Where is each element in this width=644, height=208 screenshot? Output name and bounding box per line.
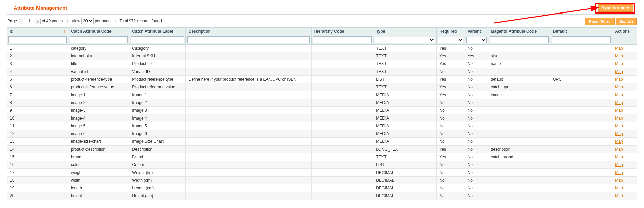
- table-row[interactable]: 2internal-skuInternal SKUTEXTYesYesskuMa…: [7, 52, 637, 60]
- col-header-catch-label[interactable]: Catch Attribute Label: [129, 28, 186, 35]
- filter-type-select[interactable]: [375, 37, 435, 43]
- map-link[interactable]: Map: [615, 186, 623, 190]
- filter-catch-code-input[interactable]: [70, 36, 128, 43]
- col-header-variant[interactable]: Variant: [465, 28, 488, 35]
- table-row[interactable]: 6product-reference-valueProduct referenc…: [7, 83, 637, 91]
- sync-highlight-box: Sync Attribute: [595, 3, 635, 14]
- cell-type: DECIMAL: [373, 192, 437, 200]
- cell-required: Yes: [437, 45, 465, 52]
- filter-catch-label-input[interactable]: [131, 36, 184, 43]
- col-header-hierarchy[interactable]: Hierarchy Code: [311, 28, 373, 35]
- cell-magento-code: [488, 45, 550, 52]
- col-header-catch-code[interactable]: Catch Attribute Code: [68, 28, 129, 35]
- cell-variant: No: [465, 138, 488, 146]
- search-button[interactable]: Search: [616, 18, 637, 25]
- map-link[interactable]: Map: [615, 93, 623, 97]
- cell-actions: Map: [612, 107, 637, 114]
- map-link[interactable]: Map: [615, 77, 623, 82]
- table-row[interactable]: 18widthWidth (cm)DECIMALNoNoMap: [7, 177, 637, 184]
- cell-catch-code: weight: [68, 169, 129, 177]
- table-row[interactable]: 1categoryCategoryTEXTYesNoMap: [7, 45, 637, 52]
- cell-magento-code: [488, 192, 550, 200]
- map-link[interactable]: Map: [615, 61, 623, 66]
- filter-description-input[interactable]: [187, 36, 310, 43]
- grid-toolbar: Page ▸ of 49 pages | View 20 per page | …: [7, 15, 637, 26]
- table-row[interactable]: 8image-2Image 2MEDIANoNoMap: [7, 99, 637, 107]
- next-page-button[interactable]: ▸: [35, 19, 41, 24]
- col-header-description[interactable]: Description: [185, 28, 311, 35]
- table-row[interactable]: 7image-1Image 1MEDIAYesNoimageMap: [7, 91, 637, 99]
- cell-variant: No: [465, 122, 488, 130]
- cell-description: [185, 138, 311, 146]
- filter-required-select[interactable]: [438, 37, 463, 43]
- table-row[interactable]: 11image-5Image 5MEDIANoNoMap: [7, 122, 637, 130]
- filter-default-input[interactable]: [552, 36, 611, 43]
- table-row[interactable]: 4variant-idVariant IDTEXTNoNoMap: [7, 68, 637, 76]
- cell-actions: Map: [612, 138, 637, 146]
- filter-hierarchy-input[interactable]: [313, 36, 372, 43]
- map-link[interactable]: Map: [615, 124, 623, 128]
- reset-filter-button[interactable]: Reset Filter: [585, 18, 614, 25]
- table-row[interactable]: 19lengthLength (cm)DECIMALNoNoMap: [7, 184, 637, 192]
- cell-catch-code: image-2: [68, 99, 129, 107]
- cell-variant: Yes: [465, 52, 488, 60]
- map-link[interactable]: Map: [615, 170, 623, 175]
- per-page-select[interactable]: 20: [81, 18, 94, 24]
- cell-catch-label: Length (cm): [129, 184, 186, 192]
- table-row[interactable]: 15brandBrandTEXTYesNocatch_brandMap: [7, 153, 637, 161]
- map-link[interactable]: Map: [615, 193, 623, 198]
- cell-hierarchy: [311, 107, 373, 114]
- map-link[interactable]: Map: [615, 155, 623, 159]
- table-row[interactable]: 10image-4Image 4MEDIANoNoMap: [7, 114, 637, 122]
- cell-hierarchy: [311, 45, 373, 52]
- col-header-required[interactable]: Required: [437, 28, 465, 35]
- cell-actions: Map: [612, 169, 637, 177]
- col-header-id[interactable]: Id ↑: [7, 28, 68, 35]
- map-link[interactable]: Map: [615, 100, 623, 105]
- col-header-magento-code[interactable]: Magento Attribute Code: [488, 28, 550, 35]
- map-link[interactable]: Map: [615, 162, 623, 167]
- map-link[interactable]: Map: [615, 131, 623, 136]
- map-link[interactable]: Map: [615, 54, 623, 58]
- map-link[interactable]: Map: [615, 69, 623, 74]
- cell-hierarchy: [311, 91, 373, 99]
- map-link[interactable]: Map: [615, 147, 623, 152]
- cell-catch-label: Image 1: [129, 91, 186, 99]
- cell-catch-label: Image 3: [129, 107, 186, 114]
- map-link[interactable]: Map: [615, 46, 623, 51]
- table-row[interactable]: 20heightHeight (cm)DECIMALNoNoMap: [7, 192, 637, 200]
- cell-required: No: [437, 68, 465, 76]
- map-link[interactable]: Map: [615, 116, 623, 121]
- filter-id-input[interactable]: [8, 36, 67, 43]
- table-row[interactable]: 16colorColourLISTNoNoMap: [7, 161, 637, 169]
- cell-catch-code: internal-sku: [68, 52, 129, 60]
- map-link[interactable]: Map: [615, 85, 623, 89]
- table-row[interactable]: 3titleProduct titleTEXTYesNonameMap: [7, 60, 637, 68]
- cell-catch-label: Category: [129, 45, 186, 52]
- col-header-type[interactable]: Type: [373, 28, 437, 35]
- prev-page-button[interactable]: [18, 19, 23, 24]
- cell-type: DECIMAL: [373, 184, 437, 192]
- filter-magento-code-input[interactable]: [490, 36, 549, 43]
- table-row[interactable]: 14product-descriptionDescriptionLONG_TEX…: [7, 146, 637, 153]
- table-row[interactable]: 12image-6Image 6MEDIANoNoMap: [7, 130, 637, 138]
- map-link[interactable]: Map: [615, 178, 623, 183]
- cell-description: [185, 122, 311, 130]
- table-row[interactable]: 13image-size-chartImage Size ChartMEDIAN…: [7, 138, 637, 146]
- filter-variant-select[interactable]: [466, 37, 487, 43]
- cell-id: 16: [7, 161, 68, 169]
- table-row[interactable]: 5product-reference-typeProduct reference…: [7, 76, 637, 83]
- col-header-default[interactable]: Default: [550, 28, 612, 35]
- attribute-grid: Id ↑ Catch Attribute Code Catch Attribut…: [7, 27, 637, 200]
- map-link[interactable]: Map: [615, 108, 623, 113]
- map-link[interactable]: Map: [615, 139, 623, 144]
- cell-description: [185, 184, 311, 192]
- cell-hierarchy: [311, 60, 373, 68]
- table-row[interactable]: 17weightWeight (kg)DECIMALNoNoMap: [7, 169, 637, 177]
- table-row[interactable]: 9image-3Image 3MEDIANoNoMap: [7, 107, 637, 114]
- page-number-input[interactable]: [25, 18, 34, 24]
- cell-variant: No: [465, 107, 488, 114]
- cell-catch-label: Product reference type: [129, 76, 186, 83]
- sync-attribute-button[interactable]: Sync Attribute: [598, 4, 633, 12]
- cell-required: No: [437, 177, 465, 184]
